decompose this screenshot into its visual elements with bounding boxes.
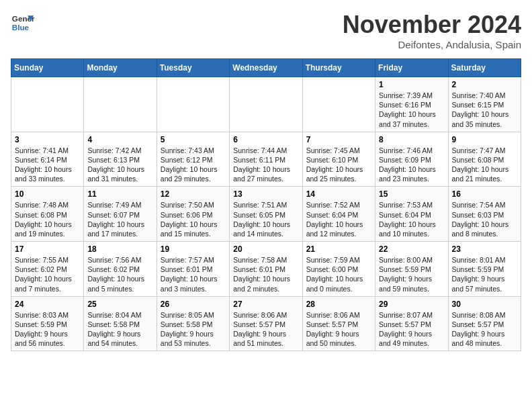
day-cell: 20Sunrise: 7:58 AM Sunset: 6:01 PM Dayli… (230, 242, 302, 297)
calendar-table: SundayMondayTuesdayWednesdayThursdayFrid… (11, 58, 521, 351)
day-info: Sunrise: 7:46 AM Sunset: 6:09 PM Dayligh… (379, 146, 444, 184)
day-number: 10 (15, 189, 80, 199)
day-number: 12 (161, 189, 226, 199)
day-cell: 4Sunrise: 7:42 AM Sunset: 6:13 PM Daylig… (84, 132, 157, 187)
day-info: Sunrise: 7:39 AM Sunset: 6:16 PM Dayligh… (379, 91, 444, 129)
day-info: Sunrise: 7:57 AM Sunset: 6:01 PM Dayligh… (161, 255, 226, 293)
day-info: Sunrise: 7:41 AM Sunset: 6:14 PM Dayligh… (15, 146, 80, 184)
day-info: Sunrise: 7:45 AM Sunset: 6:10 PM Dayligh… (306, 146, 371, 184)
day-number: 19 (161, 244, 226, 254)
week-row-2: 3Sunrise: 7:41 AM Sunset: 6:14 PM Daylig… (11, 132, 521, 187)
day-info: Sunrise: 8:08 AM Sunset: 5:57 PM Dayligh… (452, 310, 517, 349)
day-cell: 26Sunrise: 8:05 AM Sunset: 5:58 PM Dayli… (157, 296, 229, 351)
day-cell: 28Sunrise: 8:06 AM Sunset: 5:57 PM Dayli… (302, 296, 375, 351)
day-info: Sunrise: 7:52 AM Sunset: 6:04 PM Dayligh… (306, 200, 371, 238)
day-info: Sunrise: 7:49 AM Sunset: 6:07 PM Dayligh… (87, 200, 152, 238)
day-cell: 19Sunrise: 7:57 AM Sunset: 6:01 PM Dayli… (157, 242, 229, 297)
day-info: Sunrise: 8:04 AM Sunset: 5:58 PM Dayligh… (87, 310, 152, 349)
day-number: 24 (15, 300, 80, 309)
day-cell: 25Sunrise: 8:04 AM Sunset: 5:58 PM Dayli… (84, 296, 157, 351)
day-info: Sunrise: 7:55 AM Sunset: 6:02 PM Dayligh… (15, 255, 80, 293)
day-info: Sunrise: 7:58 AM Sunset: 6:01 PM Dayligh… (233, 255, 298, 293)
day-number: 29 (379, 300, 444, 309)
day-cell: 11Sunrise: 7:49 AM Sunset: 6:07 PM Dayli… (84, 187, 157, 242)
day-number: 26 (161, 300, 226, 309)
day-number: 8 (379, 135, 444, 144)
day-number: 1 (379, 80, 444, 89)
day-number: 6 (233, 135, 298, 144)
day-cell (11, 77, 84, 132)
day-info: Sunrise: 7:53 AM Sunset: 6:04 PM Dayligh… (379, 200, 444, 238)
week-row-5: 24Sunrise: 8:03 AM Sunset: 5:59 PM Dayli… (11, 296, 521, 351)
day-info: Sunrise: 7:47 AM Sunset: 6:08 PM Dayligh… (452, 146, 517, 184)
day-number: 13 (233, 189, 298, 199)
day-cell: 14Sunrise: 7:52 AM Sunset: 6:04 PM Dayli… (302, 187, 375, 242)
day-cell: 24Sunrise: 8:03 AM Sunset: 5:59 PM Dayli… (11, 296, 84, 351)
day-info: Sunrise: 8:06 AM Sunset: 5:57 PM Dayligh… (233, 310, 298, 349)
week-row-3: 10Sunrise: 7:48 AM Sunset: 6:08 PM Dayli… (11, 187, 521, 242)
calendar-subtitle: Deifontes, Andalusia, Spain (343, 39, 521, 50)
calendar-title: November 2024 (343, 11, 521, 39)
day-info: Sunrise: 7:50 AM Sunset: 6:06 PM Dayligh… (161, 200, 226, 238)
day-info: Sunrise: 8:07 AM Sunset: 5:57 PM Dayligh… (379, 310, 444, 349)
day-number: 9 (452, 135, 517, 144)
day-number: 18 (87, 244, 152, 254)
day-cell: 30Sunrise: 8:08 AM Sunset: 5:57 PM Dayli… (448, 296, 521, 351)
day-info: Sunrise: 7:59 AM Sunset: 6:00 PM Dayligh… (306, 255, 371, 293)
day-info: Sunrise: 7:42 AM Sunset: 6:13 PM Dayligh… (87, 146, 152, 184)
day-info: Sunrise: 8:06 AM Sunset: 5:57 PM Dayligh… (306, 310, 371, 349)
day-cell: 29Sunrise: 8:07 AM Sunset: 5:57 PM Dayli… (375, 296, 448, 351)
day-cell: 18Sunrise: 7:56 AM Sunset: 6:02 PM Dayli… (84, 242, 157, 297)
day-number: 14 (306, 189, 371, 199)
day-number: 11 (87, 189, 152, 199)
page-header: General Blue November 2024 Deifontes, An… (11, 11, 521, 50)
svg-text:Blue: Blue (12, 23, 30, 32)
day-cell: 6Sunrise: 7:44 AM Sunset: 6:11 PM Daylig… (230, 132, 302, 187)
day-cell: 9Sunrise: 7:47 AM Sunset: 6:08 PM Daylig… (448, 132, 521, 187)
day-info: Sunrise: 7:40 AM Sunset: 6:15 PM Dayligh… (452, 91, 517, 129)
day-cell: 16Sunrise: 7:54 AM Sunset: 6:03 PM Dayli… (448, 187, 521, 242)
header-thursday: Thursday (302, 59, 375, 77)
day-cell: 13Sunrise: 7:51 AM Sunset: 6:05 PM Dayli… (230, 187, 302, 242)
day-number: 28 (306, 300, 371, 309)
day-info: Sunrise: 7:56 AM Sunset: 6:02 PM Dayligh… (87, 255, 152, 293)
day-cell: 22Sunrise: 8:00 AM Sunset: 5:59 PM Dayli… (375, 242, 448, 297)
logo: General Blue (11, 11, 35, 35)
day-number: 22 (379, 244, 444, 254)
day-cell: 3Sunrise: 7:41 AM Sunset: 6:14 PM Daylig… (11, 132, 84, 187)
day-cell: 17Sunrise: 7:55 AM Sunset: 6:02 PM Dayli… (11, 242, 84, 297)
day-number: 5 (161, 135, 226, 144)
header-saturday: Saturday (448, 59, 521, 77)
day-cell: 7Sunrise: 7:45 AM Sunset: 6:10 PM Daylig… (302, 132, 375, 187)
day-number: 27 (233, 300, 298, 309)
week-row-1: 1Sunrise: 7:39 AM Sunset: 6:16 PM Daylig… (11, 77, 521, 132)
day-info: Sunrise: 8:05 AM Sunset: 5:58 PM Dayligh… (161, 310, 226, 349)
header-tuesday: Tuesday (157, 59, 229, 77)
day-number: 4 (87, 135, 152, 144)
day-info: Sunrise: 8:00 AM Sunset: 5:59 PM Dayligh… (379, 255, 444, 293)
day-cell (230, 77, 302, 132)
day-info: Sunrise: 8:03 AM Sunset: 5:59 PM Dayligh… (15, 310, 80, 349)
header-wednesday: Wednesday (230, 59, 302, 77)
header-row: SundayMondayTuesdayWednesdayThursdayFrid… (11, 59, 521, 77)
header-monday: Monday (84, 59, 157, 77)
day-number: 23 (452, 244, 517, 254)
header-sunday: Sunday (11, 59, 84, 77)
day-number: 17 (15, 244, 80, 254)
day-number: 3 (15, 135, 80, 144)
header-friday: Friday (375, 59, 448, 77)
day-cell (157, 77, 229, 132)
day-number: 2 (452, 80, 517, 89)
day-cell: 1Sunrise: 7:39 AM Sunset: 6:16 PM Daylig… (375, 77, 448, 132)
day-number: 15 (379, 189, 444, 199)
logo-icon: General Blue (11, 11, 35, 35)
day-number: 20 (233, 244, 298, 254)
day-cell (302, 77, 375, 132)
day-cell: 15Sunrise: 7:53 AM Sunset: 6:04 PM Dayli… (375, 187, 448, 242)
day-info: Sunrise: 7:43 AM Sunset: 6:12 PM Dayligh… (161, 146, 226, 184)
day-info: Sunrise: 7:51 AM Sunset: 6:05 PM Dayligh… (233, 200, 298, 238)
week-row-4: 17Sunrise: 7:55 AM Sunset: 6:02 PM Dayli… (11, 242, 521, 297)
day-info: Sunrise: 7:44 AM Sunset: 6:11 PM Dayligh… (233, 146, 298, 184)
day-number: 21 (306, 244, 371, 254)
title-block: November 2024 Deifontes, Andalusia, Spai… (343, 11, 521, 50)
